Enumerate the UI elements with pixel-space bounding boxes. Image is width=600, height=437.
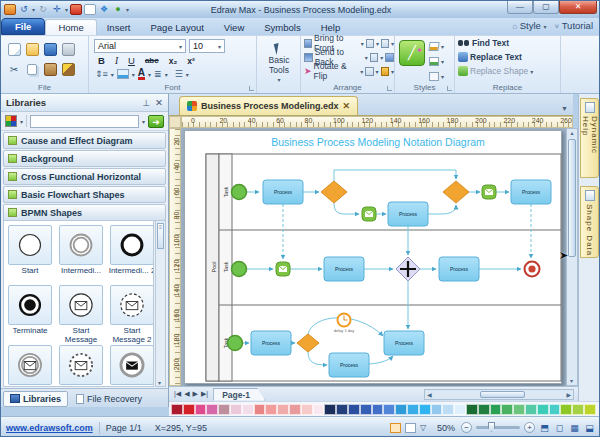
center-icon[interactable] (385, 53, 394, 62)
shape-intermedi-[interactable]: Intermedi... (6, 345, 54, 387)
color-swatch[interactable] (242, 404, 254, 415)
color-swatch[interactable] (183, 404, 195, 415)
superscript-button[interactable]: x² (184, 56, 198, 66)
gallery-scrollbar-thumb[interactable]: ≡ (157, 223, 164, 249)
library-cause-and-effect-diagram[interactable]: Cause and Effect Diagram (3, 132, 166, 149)
pin-panel-icon[interactable]: ⊥ (142, 98, 150, 108)
color-swatch[interactable] (478, 404, 490, 415)
grid-toggle-button[interactable]: ▦ (569, 423, 580, 433)
page-tab[interactable]: Page-1 (213, 388, 265, 401)
color-swatch[interactable] (466, 404, 478, 415)
replace-text-button[interactable]: Replace Text (455, 50, 560, 64)
font-color-button[interactable]: A (138, 68, 145, 80)
color-swatch[interactable] (301, 404, 313, 415)
color-swatch[interactable] (442, 404, 454, 415)
rotate-flip-button[interactable]: ➤ Rotate & Flip▾ ▾ ▾ (301, 64, 394, 78)
ribbon-tab-home[interactable]: Home (45, 19, 96, 35)
library-bpmn-shapes[interactable]: BPMN Shapes (3, 204, 166, 221)
color-swatch[interactable] (549, 404, 561, 415)
shape-intermedi-[interactable]: Intermedi... (57, 345, 105, 387)
color-swatch[interactable] (372, 404, 384, 415)
end-event[interactable] (525, 262, 540, 277)
paste-button[interactable] (44, 63, 57, 76)
horizontal-scroll-thumb[interactable] (480, 391, 525, 398)
gallery-scroll-down-icon[interactable]: ▾ (158, 379, 161, 386)
cut-button[interactable]: ✂ (8, 63, 21, 76)
close-panel-icon[interactable]: ✕ (155, 97, 163, 108)
shape-data-tab[interactable]: Shape Data (580, 186, 599, 258)
bullets-button[interactable]: ☰ (175, 69, 183, 79)
shape-terminate[interactable]: Terminate (6, 285, 54, 344)
zoom-area-button[interactable]: ◻ (554, 423, 565, 433)
italic-button[interactable]: I (112, 56, 121, 66)
shape-tile[interactable] (8, 285, 52, 325)
shape-tile[interactable] (110, 225, 154, 265)
scroll-down-icon[interactable]: ▾ (570, 377, 573, 384)
ribbon-tab-insert[interactable]: Insert (97, 20, 141, 35)
fill-style-button[interactable]: ▾ (429, 40, 444, 53)
prev-page-button[interactable]: ◀ (184, 390, 189, 398)
fit-view-button[interactable] (405, 423, 416, 433)
color-swatch[interactable] (277, 404, 289, 415)
canvas-horizontal-scrollbar[interactable]: ◀ ▶ (424, 389, 574, 400)
color-swatch[interactable] (501, 404, 513, 415)
color-swatch[interactable] (572, 404, 584, 415)
normal-view-button[interactable] (390, 423, 401, 433)
zoom-slider-thumb[interactable] (488, 422, 495, 432)
color-swatch[interactable] (206, 404, 218, 415)
pan-caret[interactable]: ▾ (65, 6, 68, 13)
color-swatch[interactable] (431, 404, 443, 415)
library-cross-functional-horizontal[interactable]: Cross Functional Horizontal (3, 168, 166, 185)
color-swatch[interactable] (348, 404, 360, 415)
subscript-button[interactable]: x₂ (166, 56, 181, 66)
zoom-out-button[interactable]: − (461, 422, 472, 433)
group-icon[interactable] (366, 39, 374, 48)
minimize-button[interactable]: — (507, 1, 533, 14)
highlight-button[interactable] (117, 69, 129, 79)
fullscreen-button[interactable]: ❖ (98, 4, 110, 15)
preview-button[interactable] (84, 4, 96, 15)
color-swatch[interactable] (324, 404, 336, 415)
color-swatch[interactable] (218, 404, 230, 415)
distribute-icon[interactable] (381, 39, 389, 48)
shape-tile[interactable] (59, 345, 103, 385)
shape-start[interactable]: Start (6, 225, 54, 284)
library-background[interactable]: Background (3, 150, 166, 167)
dynamic-help-tab[interactable]: Dynamic Help (580, 98, 599, 178)
canvas-vertical-scrollbar[interactable]: ▴ ▾ ➤ (566, 128, 578, 386)
basic-tools-button[interactable]: Basic Tools▾ (259, 38, 299, 88)
open-file-button[interactable] (26, 43, 39, 56)
ribbon-tab-page-layout[interactable]: Page Layout (140, 20, 213, 35)
color-swatch[interactable] (513, 404, 525, 415)
zoom-slider[interactable] (476, 426, 520, 429)
tutorial-menu[interactable]: ˅ Tutorial (555, 20, 593, 31)
color-swatch[interactable] (265, 404, 277, 415)
pan-tool-button[interactable]: ✛ (51, 4, 63, 15)
scroll-up-icon[interactable]: ▴ (570, 130, 573, 136)
first-page-button[interactable]: |◀ (174, 390, 181, 398)
find-text-button[interactable]: Find Text (455, 36, 560, 50)
shape-style-button[interactable]: ▾ (429, 70, 444, 83)
font-dialog-launcher[interactable] (249, 86, 254, 91)
shape-tile[interactable] (59, 285, 103, 325)
color-swatch[interactable] (407, 404, 419, 415)
panel-tab-file-recovery[interactable]: File Recovery (70, 391, 148, 407)
color-swatch[interactable] (490, 404, 502, 415)
shape-tile[interactable] (8, 225, 52, 265)
undo-button[interactable]: ↺ (18, 4, 30, 15)
strikethrough-button[interactable]: abc (142, 56, 162, 65)
font-size-select[interactable]: 10▾ (189, 39, 225, 53)
edrawsoft-link[interactable]: www.edrawsoft.com (6, 423, 93, 433)
shape-intermedi-2[interactable]: Intermedi... 2 (108, 225, 154, 284)
styles-dialog-launcher[interactable] (447, 86, 452, 91)
fit-page-button[interactable]: ⬒ (539, 423, 550, 433)
drawing-canvas[interactable]: Business Process Modeling Notation Diagr… (181, 128, 566, 386)
ribbon-tab-file[interactable]: File (1, 18, 45, 35)
shape-tile[interactable] (110, 285, 154, 325)
color-swatch[interactable] (537, 404, 549, 415)
color-swatch[interactable] (254, 404, 266, 415)
close-button[interactable]: ✕ (559, 1, 597, 14)
format-painter-button[interactable] (62, 63, 75, 76)
shape-tile[interactable] (8, 345, 52, 385)
panel-tab-libraries[interactable]: Libraries (3, 391, 68, 407)
